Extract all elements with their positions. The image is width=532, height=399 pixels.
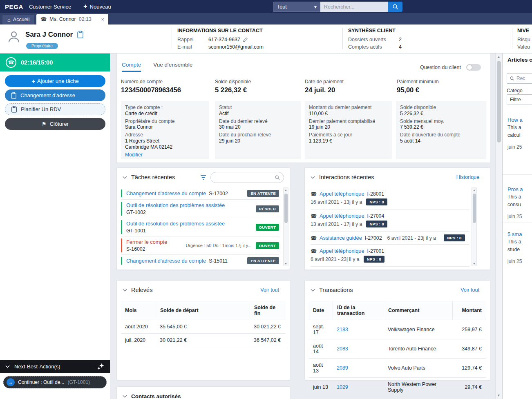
transaction-merchant: Torento Auto Finance [384, 342, 452, 355]
interaction-row[interactable]: ☎ Appel téléphonique I-26003 11 mars 202… [311, 267, 469, 267]
active-accounts-value: 4 [399, 44, 402, 50]
new-button[interactable]: + Nouveau [83, 3, 111, 10]
interaction-link[interactable]: Appel téléphonique [320, 213, 364, 219]
task-link[interactable]: Outil de résolution des problèmes assist… [126, 221, 225, 227]
scroll-thumb[interactable] [497, 61, 501, 143]
transactions-table: Date ID de la transaction Commerçant Mon… [309, 301, 486, 397]
customer-question-toggle[interactable] [466, 64, 481, 71]
knowledge-panel-title: Articles c [507, 57, 532, 63]
article-title-link[interactable]: How a [507, 117, 532, 123]
phone-icon: ☎ [40, 16, 47, 22]
tasks-search-input[interactable] [210, 172, 284, 183]
main-scrollbar[interactable]: ▲ ▼ [495, 53, 502, 399]
knowledge-article: Pros a This a consu juin 25 [507, 186, 532, 219]
scroll-up-icon[interactable]: ▲ [472, 189, 476, 192]
task-row[interactable]: Fermer le compte S-16002 Urgence : 50 Dû… [121, 236, 279, 255]
category-filter-select[interactable]: Filtre [507, 94, 532, 105]
transaction-row[interactable]: juin 13 1029 North Western Power Supply … [309, 378, 486, 397]
task-link[interactable]: Fermer le compte [126, 239, 167, 245]
transaction-id-link[interactable]: 2089 [337, 365, 348, 371]
scroll-thumb[interactable] [473, 194, 476, 223]
interactions-scrollbar[interactable]: ▲ ▼ [472, 187, 477, 266]
interaction-tab[interactable]: ☎ Ms. Connor 02:13 × [36, 14, 108, 25]
task-row[interactable]: Outil de résolution des problèmes assist… [121, 200, 279, 218]
add-task-button[interactable]: + Ajouter une tâche [5, 75, 105, 87]
article-title-link[interactable]: Pros a [507, 186, 532, 192]
tasks-scrollbar[interactable]: ▲ ▼ [283, 187, 288, 266]
modify-address-link[interactable]: Modifier [125, 152, 143, 158]
scroll-thumb[interactable] [284, 194, 288, 223]
transaction-id-link[interactable]: 1029 [337, 384, 348, 390]
chevron-down-icon[interactable] [123, 176, 127, 179]
statements-view-all-link[interactable]: Voir tout [260, 287, 284, 293]
transaction-merchant: Volvo Auto Parts [384, 361, 452, 374]
interaction-link[interactable]: Assistance guidée [320, 235, 362, 241]
scroll-down-icon[interactable]: ▼ [496, 394, 502, 397]
search-input[interactable] [320, 2, 388, 12]
statement-row[interactable]: juil. 2020 30 021,22 € 36 547,02 € [121, 334, 286, 347]
task-link[interactable]: Outil de résolution des problèmes assist… [126, 202, 225, 208]
task-row[interactable]: Outil de résolution des problèmes assist… [121, 218, 279, 236]
active-call-bar: ☎ 02:16/15:00 [0, 53, 110, 71]
interaction-row[interactable]: ☎ Appel téléphonique I-27001 6 avril 202… [311, 245, 469, 267]
task-address-change-button[interactable]: Changement d'adresse [5, 89, 105, 101]
status-badge: EN ATTENTE [247, 257, 279, 264]
interaction-row[interactable]: ☎ Appel téléphonique I-27004 13 avril 20… [311, 210, 469, 232]
transaction-id-link[interactable]: 2183 [337, 327, 348, 332]
call-sidebar: ☎ 02:16/15:00 + Ajouter une tâche Change… [0, 53, 110, 399]
search-icon [510, 76, 514, 81]
task-row[interactable]: Changement d'adresse du compte S-15011 E… [121, 255, 279, 266]
task-link[interactable]: Changement d'adresse du compte [126, 190, 206, 196]
status-badge: RÉSOLU [256, 205, 279, 212]
home-tab[interactable]: ⌂ Accueil [2, 15, 34, 25]
scroll-down-icon[interactable]: ▼ [472, 262, 476, 265]
transaction-row[interactable]: août 13 2089 Volvo Auto Parts 129,74 € [309, 359, 486, 378]
recent-interactions-panel: Interactions récentes Historique ☎ Appel… [304, 167, 490, 270]
task-schedule-appointment-button[interactable]: Planifier Un RDV [5, 103, 105, 115]
headset-icon: ☎ [311, 235, 317, 241]
chevron-down-icon[interactable] [123, 395, 127, 398]
interaction-row[interactable]: ☎ Appel téléphonique I-28001 16 avril 20… [311, 187, 469, 210]
interaction-link[interactable]: Appel téléphonique [320, 248, 364, 254]
next-best-action-bar[interactable]: Next-Best-Action(s) [0, 360, 110, 373]
statement-end-balance: 36 547,02 € [250, 334, 286, 347]
global-search: Tout ▾ [273, 2, 402, 12]
new-button-label: Nouveau [90, 4, 111, 10]
search-scope-select[interactable]: Tout ▾ [273, 2, 320, 12]
toggle-knob [467, 65, 472, 70]
transaction-row[interactable]: août 14 2083 Torento Auto Finance 349,87… [309, 339, 486, 359]
edit-pencil-icon[interactable] [243, 37, 248, 42]
statement-row[interactable]: août 2020 35 545,00 € 30 021,22 € [121, 320, 286, 334]
clipboard-icon[interactable] [77, 31, 83, 38]
active-accounts-row: Comptes actifs 4 [348, 44, 402, 50]
authorized-contacts-title: Contacts autorisés [131, 393, 181, 399]
knowledge-search-input[interactable] [516, 76, 532, 81]
interaction-link[interactable]: Appel téléphonique [320, 191, 364, 197]
transactions-view-all-link[interactable]: Voir tout [460, 287, 484, 293]
filter-icon[interactable] [200, 175, 206, 180]
close-tab-icon[interactable]: × [101, 17, 105, 22]
search-button[interactable] [388, 2, 402, 12]
interaction-row[interactable]: ☎ Assistance guidée I-27002 6 avril 2021… [311, 232, 469, 245]
chevron-down-icon: ▾ [314, 4, 317, 10]
chevron-down-icon[interactable] [311, 176, 315, 179]
scroll-up-icon[interactable]: ▲ [284, 189, 288, 192]
task-row[interactable]: Changement d'adresse du compte S-17002 E… [121, 187, 279, 200]
nps-badge: NPS : 8 [366, 221, 387, 227]
scroll-down-icon[interactable]: ▼ [284, 262, 288, 265]
wrap-up-button[interactable]: ⚑ Clôturer [5, 118, 105, 130]
transaction-id-link[interactable]: 2083 [337, 346, 348, 352]
history-link[interactable]: Historique [456, 174, 484, 180]
task-urgency-text: Urgence : 50 Dû : 1mois 17j il y... [186, 243, 251, 248]
tab-vue-densemble[interactable]: Vue d'ensemble [153, 62, 192, 72]
transaction-row[interactable]: sept. 17 2183 Volkswagen Finance 259,97 … [309, 320, 486, 339]
article-title-link[interactable]: 5 sma [507, 231, 532, 237]
scroll-up-icon[interactable]: ▲ [496, 55, 502, 59]
chevron-down-icon[interactable] [311, 289, 315, 292]
statements-table: Mois Solde de départ Solde de fin août 2… [121, 301, 286, 347]
article-date: juin 25 [507, 214, 532, 219]
task-link[interactable]: Changement d'adresse du compte [126, 258, 206, 264]
chevron-down-icon[interactable] [123, 289, 127, 292]
continue-action-button[interactable]: → Continuer : Outil de... (GT-1001) [3, 376, 107, 388]
tab-compte[interactable]: Compte [122, 62, 141, 72]
